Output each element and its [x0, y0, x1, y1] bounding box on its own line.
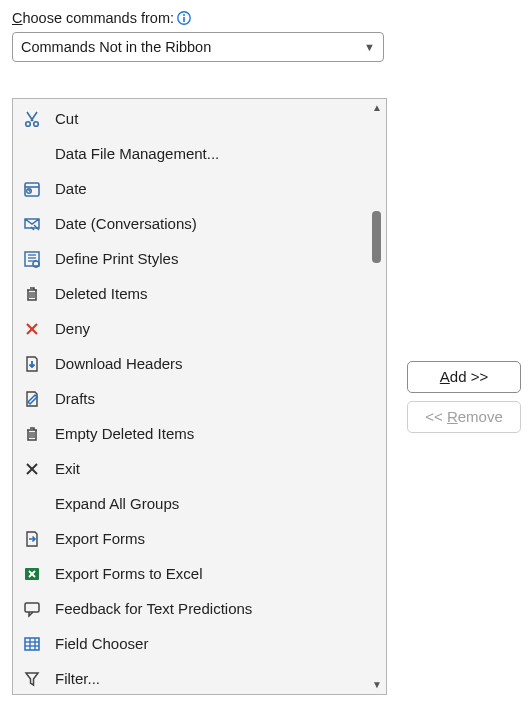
list-item[interactable]: Feedback for Text Predictions	[13, 591, 368, 626]
list-item-label: Drafts	[55, 390, 95, 407]
list-item[interactable]: Export Forms	[13, 521, 368, 556]
svg-rect-2	[183, 17, 185, 22]
filter-icon	[21, 668, 43, 690]
list-item[interactable]: Export Forms to Excel	[13, 556, 368, 591]
commands-source-dropdown[interactable]: Commands Not in the Ribbon ▼	[12, 32, 384, 62]
svg-point-3	[26, 121, 31, 126]
list-item-label: Empty Deleted Items	[55, 425, 194, 442]
list-item-label: Exit	[55, 460, 80, 477]
choose-commands-label: Choose commands from:	[12, 10, 521, 26]
export-icon	[21, 528, 43, 550]
trash-icon	[21, 423, 43, 445]
list-item-label: Date (Conversations)	[55, 215, 197, 232]
list-item-label: Download Headers	[55, 355, 183, 372]
list-item[interactable]: Define Print Styles	[13, 241, 368, 276]
svg-rect-27	[25, 638, 39, 650]
drafts-icon	[21, 388, 43, 410]
list-item[interactable]: Deleted Items	[13, 276, 368, 311]
deny-icon	[21, 318, 43, 340]
download-icon	[21, 353, 43, 375]
list-item[interactable]: Expand All Groups	[13, 486, 368, 521]
add-button[interactable]: Add >>	[407, 361, 521, 393]
list-item-label: Feedback for Text Predictions	[55, 600, 252, 617]
commands-listbox[interactable]: CutData File Management...DateDate (Conv…	[12, 98, 387, 695]
scroll-up-arrow-icon[interactable]: ▲	[372, 103, 382, 113]
scrollbar[interactable]: ▲ ▼	[368, 99, 386, 694]
svg-rect-26	[25, 603, 39, 612]
scroll-down-arrow-icon[interactable]: ▼	[372, 680, 382, 690]
no-icon	[21, 493, 43, 515]
svg-point-4	[34, 121, 39, 126]
list-item[interactable]: Deny	[13, 311, 368, 346]
list-item-label: Cut	[55, 110, 78, 127]
cut-icon	[21, 108, 43, 130]
list-item-label: Define Print Styles	[55, 250, 178, 267]
no-icon	[21, 143, 43, 165]
list-item[interactable]: Exit	[13, 451, 368, 486]
list-item[interactable]: Date (Conversations)	[13, 206, 368, 241]
list-item[interactable]: Cut	[13, 101, 368, 136]
list-item-label: Deleted Items	[55, 285, 148, 302]
list-item[interactable]: Data File Management...	[13, 136, 368, 171]
list-item-label: Deny	[55, 320, 90, 337]
info-icon[interactable]	[176, 10, 192, 26]
scroll-thumb[interactable]	[372, 211, 381, 263]
date-icon	[21, 178, 43, 200]
exit-icon	[21, 458, 43, 480]
svg-point-1	[183, 14, 185, 16]
list-item[interactable]: Empty Deleted Items	[13, 416, 368, 451]
list-item-label: Expand All Groups	[55, 495, 179, 512]
list-item-label: Filter...	[55, 670, 100, 687]
list-item-label: Export Forms	[55, 530, 145, 547]
list-item-label: Data File Management...	[55, 145, 219, 162]
remove-button: << Remove	[407, 401, 521, 433]
feedback-icon	[21, 598, 43, 620]
trash-icon	[21, 283, 43, 305]
list-item-label: Field Chooser	[55, 635, 148, 652]
list-item[interactable]: Drafts	[13, 381, 368, 416]
dropdown-value: Commands Not in the Ribbon	[21, 39, 211, 55]
list-item[interactable]: Filter...	[13, 661, 368, 694]
list-item[interactable]: Field Chooser	[13, 626, 368, 661]
date-conv-icon	[21, 213, 43, 235]
list-item-label: Date	[55, 180, 87, 197]
list-item[interactable]: Date	[13, 171, 368, 206]
list-item[interactable]: Download Headers	[13, 346, 368, 381]
list-item-label: Export Forms to Excel	[55, 565, 203, 582]
chevron-down-icon: ▼	[364, 41, 375, 53]
excel-icon	[21, 563, 43, 585]
field-chooser-icon	[21, 633, 43, 655]
print-styles-icon	[21, 248, 43, 270]
